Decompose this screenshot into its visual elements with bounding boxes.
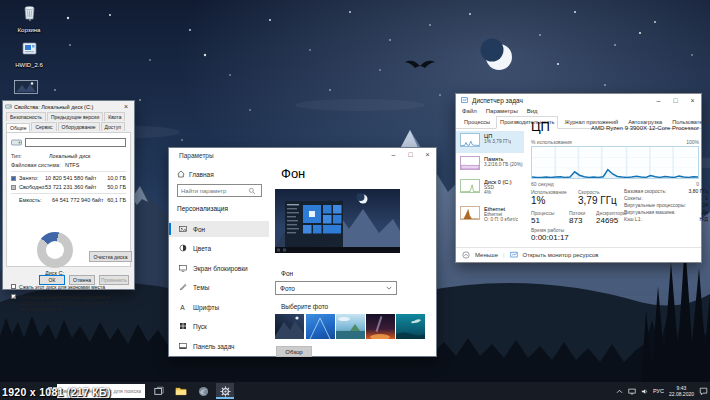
tab-quota[interactable]: Квота [104, 112, 125, 121]
l1-cache-label: Кэш L1: [624, 216, 642, 223]
disk-free-bytes: 53 721 231 360 байт [45, 184, 107, 190]
background-type-value: Фото [280, 285, 295, 292]
fewer-details-button[interactable]: Меньше [475, 252, 498, 258]
minimize-icon[interactable]: – [650, 94, 667, 107]
tab-processes[interactable]: Процессы [460, 116, 494, 128]
tab-previous-versions[interactable]: Предыдущие версии [47, 112, 103, 121]
index-checkbox[interactable]: ✓ [11, 294, 16, 299]
virtual-processors-value: 24 [702, 202, 708, 209]
photo-thumbnail-4[interactable] [366, 314, 395, 339]
page-title: Фон [281, 166, 305, 181]
taskbar-clock[interactable]: 9:43 22.08.2020 [669, 385, 694, 397]
perf-sidebar-disk[interactable]: Диск 0 (C:) SSD 4% [456, 177, 524, 202]
background-dropdown-label: Фон [281, 270, 293, 277]
disk-label-input[interactable] [25, 138, 126, 147]
disk-dialog-titlebar[interactable]: Свойства: Локальный диск (C:) × [3, 101, 134, 112]
cancel-button[interactable]: Отмена [69, 275, 95, 285]
lock-screen-icon [179, 264, 187, 272]
sidebar-item-lock-screen[interactable]: Экран блокировки [169, 260, 269, 276]
maximize-icon[interactable]: □ [667, 94, 684, 107]
l1-cache-value: Н/Д [700, 216, 708, 223]
sidebar-item-themes[interactable]: Темы [169, 279, 269, 295]
file-explorer-button[interactable] [172, 383, 190, 399]
taskbar-icon [179, 342, 187, 350]
perf-sidebar-ethernet[interactable]: Ethernet Ethernet О: 0 П: 0 кбит/с [456, 204, 524, 230]
tab-security[interactable]: Безопасность [6, 112, 46, 121]
language-indicator[interactable]: РУС [653, 388, 664, 394]
desktop: Корзина HWID_2.6 обои.jpg Свойства: Лока… [0, 0, 710, 400]
tab-hardware[interactable]: Оборудование [58, 122, 100, 131]
disk-free-size: 50,0 ГБ [107, 184, 126, 190]
close-icon[interactable]: × [419, 148, 436, 161]
desktop-icon-hwid[interactable]: HWID_2.6 [3, 40, 55, 68]
tab-tools[interactable]: Сервис [31, 122, 56, 131]
sidebar-item-start[interactable]: Пуск [169, 318, 269, 334]
sidebar-item-background[interactable]: Фон [169, 221, 269, 237]
disk-cleanup-button[interactable]: Очистка диска [89, 251, 132, 262]
perf-sidebar-cpu[interactable]: ЦП 1% 3,79 ГГц [456, 131, 524, 153]
disk-mini-graph [460, 179, 480, 193]
cpu-right-stats: Базовая скорость:3,80 ГГц Сокеты:1 Вирту… [624, 188, 708, 223]
desktop-icon-label: Корзина [3, 27, 55, 33]
disk-used-label: Занято: [19, 175, 45, 181]
cpu-graph-top-label: % использования [531, 139, 572, 145]
settings-search-input[interactable] [178, 188, 248, 194]
sidebar-item-label: Фон [193, 226, 205, 233]
sidebar-item-label: Шрифты [193, 304, 219, 311]
open-resource-monitor-link[interactable]: Открыть монитор ресурсов [523, 252, 599, 258]
network-icon[interactable] [628, 388, 636, 395]
resolution-watermark: 1920 x 1081 (217 КБ) [2, 386, 111, 398]
photo-thumbnail-5[interactable] [396, 314, 425, 339]
background-preview [275, 189, 400, 253]
browser-button[interactable] [194, 383, 212, 399]
drive-icon [5, 103, 12, 110]
settings-titlebar[interactable]: Параметры – □ × [169, 148, 436, 163]
minimize-icon[interactable]: – [385, 148, 402, 161]
disk-type-label: Тип: [11, 153, 49, 159]
sidebar-item-fonts[interactable]: A Шрифты [169, 299, 269, 315]
settings-search-box[interactable] [177, 184, 262, 197]
settings-taskbar-button[interactable] [216, 383, 234, 399]
close-icon[interactable]: × [684, 94, 701, 107]
cpu-chip-name: AMD Ryzen 9 3900X 12-Core Processor [556, 125, 699, 131]
disk-fs-label: Файловая система: [11, 162, 65, 168]
sidebar-item-label: Цвета [193, 245, 211, 252]
menu-file[interactable]: Файл [462, 108, 477, 114]
tab-sharing[interactable]: Доступ [101, 122, 125, 131]
background-type-dropdown[interactable]: Фото [275, 281, 397, 295]
hidden-icons-chevron[interactable] [616, 389, 623, 394]
task-manager-titlebar[interactable]: Диспетчер задач – □ × [456, 94, 701, 107]
apply-button[interactable]: Применить [99, 275, 129, 285]
choose-photo-label: Выберите фото [281, 303, 328, 310]
tab-general[interactable]: Общие [6, 123, 30, 132]
settings-home[interactable]: Главная [177, 170, 214, 178]
menu-options[interactable]: Параметры [486, 108, 518, 114]
disk-tabs-main: Общие Сервис Оборудование Доступ [3, 122, 134, 131]
sidebar-memory-sub: 3,2/16,0 ГБ (20%) [484, 162, 523, 167]
photo-thumbnail-3[interactable] [336, 314, 365, 339]
task-view-button[interactable] [150, 383, 168, 399]
task-manager-footer: Меньше | Открыть монитор ресурсов [456, 247, 701, 262]
cpu-threads-value: 873 [569, 216, 582, 225]
volume-icon[interactable] [641, 388, 648, 395]
maximize-icon[interactable]: □ [402, 148, 419, 161]
photo-thumbnail-2[interactable] [306, 314, 335, 339]
cpu-graph-bottom-right: 0 [686, 181, 699, 187]
resource-monitor-icon [510, 251, 518, 259]
sidebar-item-taskbar[interactable]: Панель задач [169, 338, 269, 354]
virtual-processors-label: Виртуальные процессоры: [624, 202, 686, 209]
drive-large-icon [11, 136, 22, 148]
photo-thumbnail-1[interactable] [275, 314, 304, 339]
perf-sidebar-memory[interactable]: Память 3,2/16,0 ГБ (20%) [456, 154, 524, 176]
settings-home-label: Главная [189, 171, 214, 178]
cpu-graph-bottom-left: 60 секунд [531, 181, 554, 187]
notification-center-icon[interactable] [699, 387, 708, 396]
disk-dialog-title: Свойства: Локальный диск (C:) [14, 104, 120, 110]
browse-button[interactable]: Обзор [276, 346, 312, 357]
ok-button[interactable]: ОК [39, 275, 65, 285]
desktop-icon-recycle-bin[interactable]: Корзина [3, 4, 55, 33]
close-icon[interactable]: × [120, 103, 132, 110]
sockets-label: Сокеты: [624, 195, 643, 202]
sidebar-item-colors[interactable]: Цвета [169, 240, 269, 256]
menu-view[interactable]: Вид [527, 108, 538, 114]
